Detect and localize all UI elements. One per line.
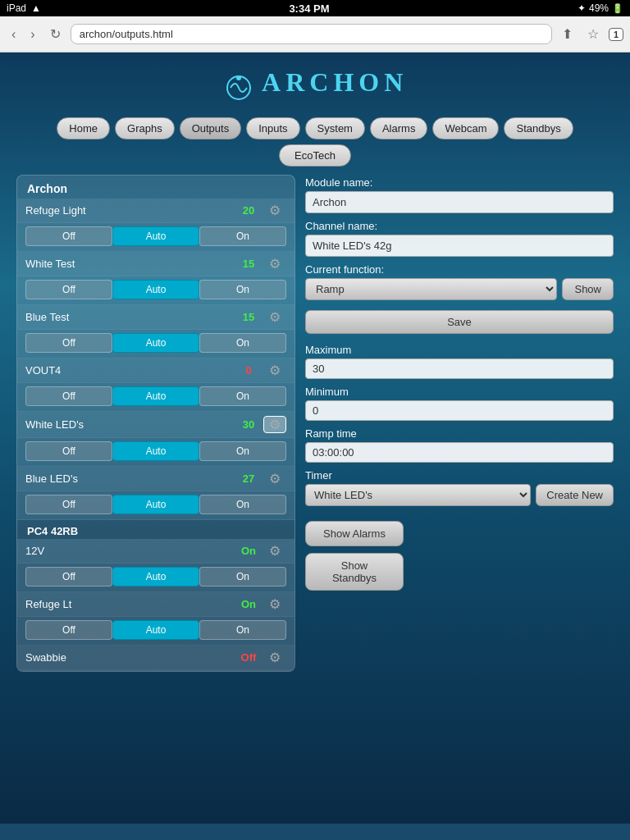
output-name-swabbie: Swabbie: [25, 651, 234, 664]
nav-inputs[interactable]: Inputs: [246, 117, 299, 139]
maximum-input[interactable]: [305, 358, 614, 379]
output-group-vout4: VOUT4 0 ⚙ Off Auto On: [17, 358, 294, 412]
auto-btn-refuge-lt[interactable]: Auto: [112, 620, 199, 640]
create-new-button[interactable]: Create New: [536, 484, 614, 506]
off-btn-refuge-lt[interactable]: Off: [25, 620, 112, 640]
nav-system[interactable]: System: [305, 117, 365, 139]
control-row-refuge-lt: Off Auto On: [17, 617, 294, 645]
share-button[interactable]: ⬆: [557, 25, 578, 43]
output-row-refuge-lt: Refuge Lt On ⚙: [17, 592, 294, 617]
url-bar[interactable]: [71, 24, 552, 44]
output-row-white-leds: White LED's 30 ⚙: [17, 412, 294, 438]
output-group-refuge-light: Refuge Light 20 ⚙ Off Auto On: [17, 199, 294, 252]
output-value-white-test: 15: [234, 258, 263, 270]
nav-graphs[interactable]: Graphs: [115, 117, 175, 139]
output-name-white-leds: White LED's: [25, 418, 234, 431]
outputs-panel: Archon Refuge Light 20 ⚙ Off Auto On Whi…: [16, 175, 295, 672]
auto-btn-blue-leds[interactable]: Auto: [112, 495, 199, 514]
auto-btn-12v[interactable]: Auto: [112, 567, 199, 587]
gear-btn-blue-test[interactable]: ⚙: [263, 309, 286, 325]
show-standbys-button[interactable]: Show Standbys: [305, 553, 404, 591]
current-function-field: Current function: Ramp On/Off Sine Fixed…: [305, 263, 614, 300]
back-button[interactable]: ‹: [7, 25, 21, 43]
ramp-time-input[interactable]: [305, 442, 614, 463]
header-logo: ARCHON: [0, 52, 630, 112]
auto-btn-refuge-light[interactable]: Auto: [112, 226, 199, 246]
off-btn-vout4[interactable]: Off: [25, 386, 112, 406]
auto-btn-white-test[interactable]: Auto: [112, 280, 199, 299]
channel-name-input[interactable]: [305, 235, 614, 257]
gear-btn-vout4[interactable]: ⚙: [263, 363, 286, 378]
control-row-12v: Off Auto On: [17, 564, 294, 591]
action-buttons: Show Alarms Show Standbys: [305, 521, 614, 591]
show-function-button[interactable]: Show: [562, 278, 614, 300]
nav-webcam[interactable]: Webcam: [432, 117, 499, 139]
function-select[interactable]: Ramp On/Off Sine Fixed: [305, 278, 557, 300]
carrier-label: iPad: [7, 2, 26, 14]
gear-btn-12v[interactable]: ⚙: [263, 543, 286, 559]
off-btn-refuge-light[interactable]: Off: [25, 226, 112, 246]
on-btn-white-leds[interactable]: On: [199, 441, 286, 461]
output-value-blue-test: 15: [234, 311, 263, 323]
tab-count[interactable]: 1: [609, 28, 623, 41]
nav-bar: Home Graphs Outputs Inputs System Alarms…: [0, 112, 630, 144]
output-group-blue-leds: Blue LED's 27 ⚙ Off Auto On: [17, 467, 294, 520]
on-btn-white-test[interactable]: On: [199, 280, 286, 299]
control-row-refuge-light: Off Auto On: [17, 223, 294, 251]
gear-btn-refuge-light[interactable]: ⚙: [263, 203, 286, 218]
settings-panel: Module name: Channel name: Current funct…: [305, 175, 614, 591]
gear-btn-white-leds[interactable]: ⚙: [263, 416, 286, 433]
off-btn-blue-test[interactable]: Off: [25, 333, 112, 353]
auto-btn-vout4[interactable]: Auto: [112, 386, 199, 406]
show-alarms-button[interactable]: Show Alarms: [305, 521, 404, 546]
battery-icon: 🔋: [612, 3, 623, 14]
on-btn-vout4[interactable]: On: [199, 386, 286, 406]
timer-label: Timer: [305, 469, 614, 482]
control-row-blue-test: Off Auto On: [17, 330, 294, 358]
auto-btn-blue-test[interactable]: Auto: [112, 333, 199, 353]
on-btn-refuge-light[interactable]: On: [199, 226, 286, 246]
on-btn-blue-test[interactable]: On: [199, 333, 286, 353]
off-btn-12v[interactable]: Off: [25, 567, 112, 587]
auto-btn-white-leds[interactable]: Auto: [112, 441, 199, 461]
save-button[interactable]: Save: [305, 310, 614, 334]
gear-btn-blue-leds[interactable]: ⚙: [263, 471, 286, 486]
minimum-input[interactable]: [305, 400, 614, 421]
ramp-time-field: Ramp time: [305, 427, 614, 463]
current-function-label: Current function:: [305, 263, 614, 276]
nav-outputs[interactable]: Outputs: [180, 117, 242, 139]
off-btn-white-test[interactable]: Off: [25, 280, 112, 299]
output-value-refuge-light: 20: [234, 204, 263, 217]
forward-button[interactable]: ›: [25, 25, 39, 43]
output-name-refuge-light: Refuge Light: [25, 204, 234, 217]
status-bar: iPad ▲ 3:34 PM ✦ 49% 🔋: [0, 0, 630, 16]
output-group-refuge-lt: Refuge Lt On ⚙ Off Auto On: [17, 592, 294, 646]
battery-label: 49%: [589, 2, 609, 14]
output-row-blue-test: Blue Test 15 ⚙: [17, 305, 294, 330]
nav-alarms[interactable]: Alarms: [370, 117, 427, 139]
timer-select[interactable]: White LED's Blue LED's Main Light: [305, 484, 531, 506]
function-row: Ramp On/Off Sine Fixed Show: [305, 278, 614, 300]
on-btn-refuge-lt[interactable]: On: [199, 620, 286, 640]
output-group-white-test: White Test 15 ⚙ Off Auto On: [17, 252, 294, 305]
nav-home[interactable]: Home: [57, 117, 110, 139]
nav-standbys[interactable]: Standbys: [504, 117, 573, 139]
bookmark-button[interactable]: ☆: [582, 25, 604, 43]
output-row-refuge-light: Refuge Light 20 ⚙: [17, 199, 294, 223]
output-row-12v: 12V On ⚙: [17, 539, 294, 564]
on-btn-blue-leds[interactable]: On: [199, 495, 286, 514]
refresh-button[interactable]: ↻: [45, 25, 66, 43]
ecotech-button[interactable]: EcoTech: [279, 144, 351, 167]
on-btn-12v[interactable]: On: [199, 567, 286, 587]
off-btn-white-leds[interactable]: Off: [25, 441, 112, 461]
gear-btn-refuge-lt[interactable]: ⚙: [263, 596, 286, 612]
gear-btn-swabbie[interactable]: ⚙: [263, 650, 286, 665]
module-name-input[interactable]: [305, 191, 614, 213]
logo-text: ARCHON: [262, 67, 408, 97]
off-btn-blue-leds[interactable]: Off: [25, 495, 112, 514]
output-row-blue-leds: Blue LED's 27 ⚙: [17, 467, 294, 491]
ramp-time-label: Ramp time: [305, 427, 614, 440]
timer-field: Timer White LED's Blue LED's Main Light …: [305, 469, 614, 506]
archon-section-title: Archon: [17, 176, 294, 199]
gear-btn-white-test[interactable]: ⚙: [263, 256, 286, 272]
